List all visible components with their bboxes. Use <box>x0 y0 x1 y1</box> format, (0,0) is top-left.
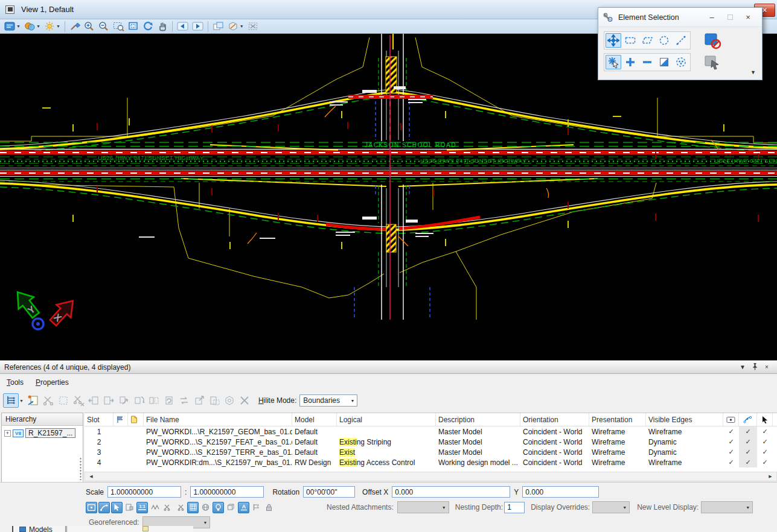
reference-row[interactable]: 2 PW_WORKD...\S_K21597_FEAT_e_bas_01.dgn… <box>85 437 777 447</box>
locate-checkbox[interactable]: ✓ <box>757 438 773 446</box>
dialog-expand-caret[interactable]: ▼ <box>750 69 756 75</box>
exchange-reference-button[interactable] <box>177 393 191 408</box>
hilite-mode-select[interactable]: Boundaries ▼ <box>299 394 357 407</box>
scroll-right-icon[interactable]: ▶ <box>766 474 775 479</box>
zoom-in-button[interactable] <box>82 20 97 33</box>
block-selection-button[interactable] <box>622 33 638 48</box>
display-checkbox[interactable]: ✓ <box>723 458 739 466</box>
fit-view-button[interactable] <box>126 20 141 33</box>
col-slot[interactable]: Slot <box>85 413 114 426</box>
update-view-button[interactable] <box>68 20 82 33</box>
circle-selection-button[interactable] <box>656 33 672 48</box>
col-presentation[interactable]: Presentation <box>589 413 646 426</box>
col-orientation[interactable]: Orientation <box>520 413 589 426</box>
copy-reference-button[interactable] <box>101 393 116 408</box>
table-hscrollbar[interactable]: ◀ ▶ <box>85 472 777 481</box>
dialog-close-button[interactable]: × <box>739 13 757 22</box>
models-dialog-sliver[interactable]: Models <box>12 526 193 532</box>
activate-reference-button[interactable] <box>207 393 222 408</box>
col-visible-edges[interactable]: Visible Edges <box>646 413 723 426</box>
reference-row[interactable]: 4 PW_WORKDIR:dm...\S_K21597_rw_bas_01.dg… <box>85 457 777 467</box>
mirror-reference-button[interactable] <box>147 393 161 408</box>
hierarchy-root-item[interactable]: + V8 R_K21597_... <box>2 426 83 438</box>
panel-close-button[interactable]: × <box>761 364 773 370</box>
dialog-maximize-button[interactable] <box>721 13 739 22</box>
annotation-scale-toggle[interactable]: A <box>238 502 249 513</box>
nesting-depth-field[interactable]: 1 <box>504 502 525 513</box>
detach-reference-button[interactable] <box>237 393 252 408</box>
view-next-button[interactable] <box>190 20 205 33</box>
col-file-type[interactable] <box>128 413 144 426</box>
move-reference-button[interactable] <box>86 393 101 408</box>
rotation-field[interactable]: 00°00'00" <box>303 486 355 498</box>
col-model[interactable]: Model <box>292 413 337 426</box>
col-description[interactable]: Description <box>436 413 520 426</box>
col-flag[interactable] <box>114 413 128 426</box>
treat-as-element-toggle[interactable] <box>124 502 135 513</box>
raster-reference-toggle[interactable] <box>187 502 199 513</box>
scroll-left-icon[interactable]: ◀ <box>87 474 95 479</box>
display-toggle[interactable] <box>86 502 97 513</box>
shape-selection-button[interactable] <box>639 33 655 48</box>
line-selection-button[interactable] <box>673 33 689 48</box>
tree-expand-button[interactable]: + <box>4 430 11 437</box>
mask-reference-button[interactable] <box>56 393 71 408</box>
offset-y-field[interactable]: 0.000 <box>522 486 599 498</box>
pin-icon[interactable] <box>749 363 761 372</box>
select-element-button[interactable] <box>606 33 621 48</box>
open-in-new-session-button[interactable] <box>192 393 206 408</box>
col-snap[interactable] <box>739 413 757 426</box>
dialog-minimize-button[interactable]: – <box>703 13 721 22</box>
reference-row[interactable]: 1 PW_WORKDI...\R_K21597_GEOM_bas_01.dgn … <box>85 426 777 437</box>
zoom-out-button[interactable] <box>97 20 111 33</box>
clip-volume-button[interactable]: ▼ <box>226 20 246 33</box>
reload-reference-button[interactable] <box>162 393 176 408</box>
display-style-button[interactable]: ▼ <box>22 20 42 33</box>
nest-ignore-toggle[interactable] <box>200 502 211 513</box>
merge-to-master-button[interactable] <box>222 393 237 408</box>
references-titlebar[interactable]: References (4 of 4 unique, 4 displayed) … <box>0 361 777 374</box>
scale-linestyles-toggle[interactable] <box>149 502 161 513</box>
col-locate[interactable] <box>757 413 773 426</box>
clip-reference-button[interactable] <box>41 393 56 408</box>
boundary-display-toggle[interactable] <box>251 502 262 513</box>
cad-viewport[interactable]: JACKSON SCHOOL ROAD US26 (HWY 047) SUNSE… <box>0 34 777 360</box>
new-selection-button[interactable] <box>606 55 621 69</box>
display-checkbox[interactable]: ✓ <box>723 428 739 435</box>
locate-checkbox[interactable]: ✓ <box>757 448 773 456</box>
snap-checkbox[interactable]: ✓ <box>739 457 757 467</box>
view-attributes-button[interactable]: ▼ <box>2 20 22 33</box>
locate-checkbox[interactable]: ✓ <box>757 458 773 466</box>
clip-mask-button[interactable] <box>246 20 261 33</box>
display-checkbox[interactable]: ✓ <box>723 448 739 456</box>
attach-reference-button[interactable] <box>26 393 40 408</box>
hierarchy-view-toggle[interactable] <box>3 393 19 408</box>
menu-properties[interactable]: Properties <box>36 378 69 387</box>
element-selection-titlebar[interactable]: Element Selection – × <box>598 8 762 27</box>
adjust-brightness-button[interactable]: ▼ <box>42 20 62 33</box>
locate-toggle[interactable] <box>111 502 123 513</box>
rotate-reference-button[interactable] <box>132 393 146 408</box>
pan-view-button[interactable] <box>155 20 170 33</box>
scale-reference-button[interactable] <box>117 393 131 408</box>
scale-reference-field[interactable]: 1.000000000 <box>190 486 264 498</box>
subtract-from-selection-button[interactable] <box>639 55 655 69</box>
display-checkbox[interactable]: ✓ <box>723 438 739 446</box>
snap-checkbox[interactable]: ✓ <box>739 437 757 447</box>
view-previous-button[interactable] <box>175 20 190 33</box>
window-area-button[interactable] <box>111 20 126 33</box>
col-file-name[interactable]: File Name <box>144 413 292 426</box>
delete-clip-button[interactable] <box>71 393 86 408</box>
select-all-button[interactable] <box>673 55 689 69</box>
copy-view-button[interactable] <box>211 20 226 33</box>
snap-toggle[interactable] <box>98 502 110 513</box>
panel-menu-caret-icon[interactable]: ▼ <box>737 364 749 370</box>
nested-attachments-select[interactable]: ▼ <box>397 501 449 513</box>
col-logical[interactable]: Logical <box>337 413 436 426</box>
use-lights-toggle[interactable] <box>213 502 224 513</box>
scale-master-field[interactable]: 1.000000000 <box>107 486 181 498</box>
col-display[interactable] <box>723 413 739 426</box>
clip-front-toggle[interactable] <box>174 502 186 513</box>
panel-splitter[interactable] <box>79 457 82 480</box>
snap-checkbox[interactable]: ✓ <box>739 447 757 457</box>
